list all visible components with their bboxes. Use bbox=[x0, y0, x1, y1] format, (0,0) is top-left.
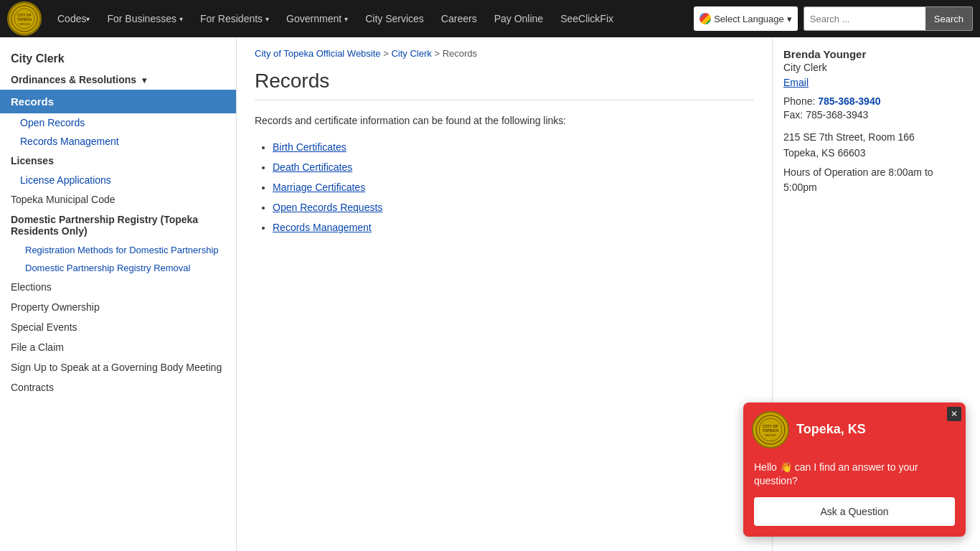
intro-text: Records and certificate information can … bbox=[255, 115, 754, 126]
sidebar-special-events[interactable]: Special Events bbox=[0, 317, 236, 337]
records-management-link[interactable]: Records Management bbox=[273, 222, 372, 233]
sidebar-contracts[interactable]: Contracts bbox=[0, 377, 236, 397]
sidebar-registration-methods-link[interactable]: Registration Methods for Domestic Partne… bbox=[25, 245, 219, 255]
sidebar-licenses[interactable]: Licenses bbox=[0, 151, 236, 171]
contact-title: City Clerk bbox=[783, 62, 969, 73]
sidebar-open-records[interactable]: Open Records bbox=[0, 113, 236, 132]
contact-name: Brenda Younger bbox=[783, 48, 969, 60]
sidebar: City Clerk Ordinances & Resolutions ▾ Re… bbox=[0, 37, 237, 551]
contact-fax: Fax: 785-368-3943 bbox=[783, 109, 969, 121]
chat-city-logo: CITY OF TOPEKA KANSAS bbox=[752, 411, 789, 448]
top-navigation: CITY OF TOPEKA KANSAS Codes ▾ For Busine… bbox=[0, 0, 980, 37]
sidebar-ordinances-label: Ordinances & Resolutions bbox=[11, 74, 136, 85]
sidebar-property-ownership[interactable]: Property Ownership bbox=[0, 297, 236, 317]
death-certificates-link[interactable]: Death Certificates bbox=[273, 161, 352, 173]
nav-pay-online[interactable]: Pay Online bbox=[486, 0, 552, 37]
fax-label: Fax: bbox=[783, 109, 803, 121]
sidebar-open-records-link[interactable]: Open Records bbox=[20, 117, 85, 128]
chevron-down-icon: ▾ bbox=[179, 15, 183, 23]
list-item: Birth Certificates bbox=[273, 137, 754, 157]
nav-codes[interactable]: Codes ▾ bbox=[49, 0, 98, 37]
search-button[interactable]: Search bbox=[925, 6, 973, 31]
city-logo: CITY OF TOPEKA KANSAS bbox=[7, 1, 42, 36]
address-line1: 215 SE 7th Street, Room 166 bbox=[783, 129, 969, 145]
marriage-certificates-link[interactable]: Marriage Certificates bbox=[273, 182, 365, 193]
logo-area[interactable]: CITY OF TOPEKA KANSAS bbox=[7, 1, 42, 36]
nav-government[interactable]: Government ▾ bbox=[278, 0, 357, 37]
nav-seeclickfix[interactable]: SeeClickFix bbox=[552, 0, 622, 37]
contact-email: Email bbox=[783, 77, 969, 88]
svg-text:KANSAS: KANSAS bbox=[765, 433, 777, 437]
sidebar-domestic-partnership[interactable]: Domestic Partnership Registry (Topeka Re… bbox=[0, 209, 236, 241]
nav-careers[interactable]: Careers bbox=[433, 0, 486, 37]
nav-government-label: Government bbox=[286, 13, 341, 24]
nav-right: Select Language ▾ Search bbox=[694, 6, 973, 31]
contact-phone: Phone: 785-368-3940 bbox=[783, 95, 969, 107]
nav-city-services[interactable]: City Services bbox=[357, 0, 433, 37]
google-icon bbox=[699, 13, 711, 24]
chevron-down-icon: ▾ bbox=[344, 15, 348, 23]
sidebar-city-clerk[interactable]: City Clerk bbox=[0, 48, 236, 70]
dropdown-arrow-icon: ▾ bbox=[142, 75, 146, 85]
breadcrumb-site-link[interactable]: City of Topeka Official Website bbox=[255, 48, 381, 59]
search-bar: Search bbox=[804, 6, 973, 31]
nav-for-residents-label: For Residents bbox=[200, 13, 263, 24]
chat-close-button[interactable]: ✕ bbox=[947, 407, 961, 421]
chat-header: CITY OF TOPEKA KANSAS Topeka, KS bbox=[743, 402, 966, 457]
search-input[interactable] bbox=[804, 6, 925, 31]
breadcrumb: City of Topeka Official Website > City C… bbox=[255, 48, 754, 59]
page-title: Records bbox=[255, 70, 754, 100]
svg-text:TOPEKA: TOPEKA bbox=[17, 17, 32, 22]
breadcrumb-section-link[interactable]: City Clerk bbox=[391, 48, 431, 59]
list-item: Death Certificates bbox=[273, 157, 754, 177]
sidebar-file-a-claim[interactable]: File a Claim bbox=[0, 337, 236, 357]
sidebar-ordinances[interactable]: Ordinances & Resolutions ▾ bbox=[0, 70, 236, 90]
sidebar-dp-registry-removal-link[interactable]: Domestic Partnership Registry Removal bbox=[25, 263, 190, 273]
address-line2: Topeka, KS 66603 bbox=[783, 145, 969, 161]
sidebar-license-applications[interactable]: License Applications bbox=[0, 171, 236, 189]
sidebar-elections[interactable]: Elections bbox=[0, 277, 236, 297]
nav-items: Codes ▾ For Businesses ▾ For Residents ▾… bbox=[49, 0, 694, 37]
nav-for-businesses-label: For Businesses bbox=[107, 13, 176, 24]
sidebar-records-management-link[interactable]: Records Management bbox=[20, 136, 119, 147]
nav-for-businesses[interactable]: For Businesses ▾ bbox=[98, 0, 191, 37]
sidebar-dp-registry-removal[interactable]: Domestic Partnership Registry Removal bbox=[0, 259, 236, 277]
breadcrumb-separator-1: > bbox=[383, 48, 391, 59]
records-links-list: Birth Certificates Death Certificates Ma… bbox=[255, 137, 754, 237]
sidebar-records-management[interactable]: Records Management bbox=[0, 132, 236, 151]
breadcrumb-current: Records bbox=[443, 48, 477, 59]
sidebar-registration-methods[interactable]: Registration Methods for Domestic Partne… bbox=[0, 241, 236, 259]
contact-address: 215 SE 7th Street, Room 166 Topeka, KS 6… bbox=[783, 129, 969, 161]
contact-email-link[interactable]: Email bbox=[783, 77, 809, 88]
chat-widget: ✕ CITY OF TOPEKA KANSAS Topeka, KS Hello… bbox=[743, 402, 966, 537]
chat-ask-button[interactable]: Ask a Question bbox=[754, 497, 955, 526]
phone-label: Phone: bbox=[783, 95, 815, 107]
contact-phone-link[interactable]: 785-368-3940 bbox=[818, 95, 880, 107]
chat-city-name: Topeka, KS bbox=[796, 422, 866, 437]
chevron-down-icon: ▾ bbox=[265, 15, 269, 23]
fax-number: 785-368-3943 bbox=[806, 109, 868, 121]
dropdown-arrow-icon: ▾ bbox=[787, 14, 792, 24]
sidebar-topeka-municipal[interactable]: Topeka Municipal Code bbox=[0, 189, 236, 209]
nav-for-residents[interactable]: For Residents ▾ bbox=[192, 0, 278, 37]
sidebar-records-active[interactable]: Records bbox=[0, 90, 236, 113]
select-language-label: Select Language bbox=[714, 14, 784, 24]
birth-certificates-link[interactable]: Birth Certificates bbox=[273, 141, 347, 153]
breadcrumb-separator-2: > bbox=[434, 48, 442, 59]
chat-body: Hello 👋 can I find an answer to your que… bbox=[743, 457, 966, 537]
list-item: Open Records Requests bbox=[273, 197, 754, 217]
sidebar-sign-up[interactable]: Sign Up to Speak at a Governing Body Mee… bbox=[0, 357, 236, 377]
svg-text:TOPEKA: TOPEKA bbox=[763, 428, 779, 433]
list-item: Records Management bbox=[273, 217, 754, 237]
chat-message: Hello 👋 can I find an answer to your que… bbox=[754, 461, 955, 489]
select-language-button[interactable]: Select Language ▾ bbox=[694, 6, 798, 31]
svg-text:KANSAS: KANSAS bbox=[19, 22, 31, 26]
open-records-requests-link[interactable]: Open Records Requests bbox=[273, 202, 382, 213]
sidebar-license-applications-link[interactable]: License Applications bbox=[20, 174, 111, 186]
contact-hours: Hours of Operation are 8:00am to 5:00pm bbox=[783, 165, 969, 195]
list-item: Marriage Certificates bbox=[273, 177, 754, 197]
main-content: City of Topeka Official Website > City C… bbox=[237, 37, 772, 551]
